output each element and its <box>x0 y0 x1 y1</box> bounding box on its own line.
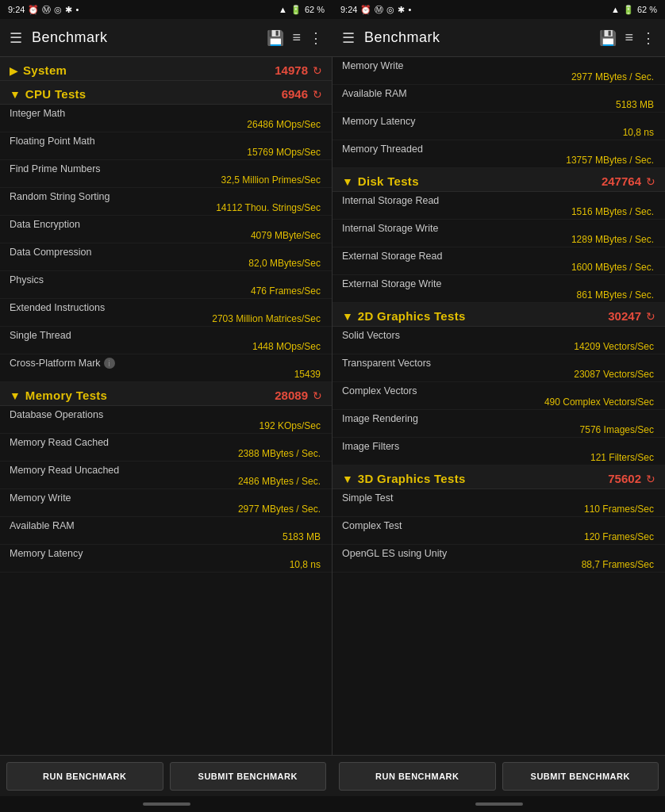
overflow-icon-right[interactable]: ⋮ <box>641 29 655 47</box>
chevron-icon: ▼ <box>10 88 21 101</box>
chevron-icon: ▶ <box>10 64 18 77</box>
section-score: 75602 <box>608 472 641 485</box>
battery-pct-left: 62 % <box>305 5 325 14</box>
refresh-icon[interactable]: ↻ <box>313 88 322 101</box>
section-score: 30247 <box>608 309 641 323</box>
refresh-icon[interactable]: ↻ <box>646 175 655 188</box>
test-value: 1448 MOps/Sec <box>10 341 322 352</box>
test-value: 10,8 ns <box>342 127 655 138</box>
test-name: Memory Latency <box>10 548 322 559</box>
list-icon-left[interactable]: ≡ <box>292 29 301 46</box>
test-name: Available RAM <box>10 520 322 531</box>
test-name: OpenGL ES using Unity <box>342 548 655 559</box>
app-bar-icons-left: 💾 ≡ ⋮ <box>267 29 323 47</box>
test-value: 5183 MB <box>10 531 322 542</box>
signal-icon-left: ▲ <box>279 5 287 14</box>
status-left-group: 9:24 ⏰ Ⓜ ◎ ✱ • <box>8 4 79 16</box>
chevron-icon: ▼ <box>342 310 353 323</box>
test-item: Solid Vectors14209 Vectors/Sec <box>332 327 665 354</box>
test-value: 32,5 Million Primes/Sec <box>10 174 322 186</box>
test-value: 13757 MBytes / Sec. <box>342 155 655 166</box>
section-header[interactable]: ▼3D Graphics Tests75602↻ <box>332 465 665 489</box>
test-value: 2388 MBytes / Sec. <box>10 448 322 459</box>
test-name: Complex Test <box>342 520 655 531</box>
refresh-icon[interactable]: ↻ <box>646 473 655 485</box>
section-header[interactable]: ▼Disk Tests247764↻ <box>332 168 665 192</box>
section-header[interactable]: ▼CPU Tests6946↻ <box>0 81 332 105</box>
test-value: 1289 MBytes / Sec. <box>342 234 655 245</box>
time-left: 9:24 <box>8 5 25 14</box>
test-name: Single Thread <box>10 330 322 341</box>
chevron-icon: ▼ <box>342 473 353 485</box>
section-title: 3D Graphics Tests <box>358 472 608 485</box>
test-value: 1516 MBytes / Sec. <box>342 206 655 217</box>
test-name: Find Prime Numbers <box>10 163 322 174</box>
app-bar-left: ☰ Benchmark 💾 ≡ ⋮ <box>0 19 332 57</box>
notification-icon-r: ◎ <box>386 5 394 15</box>
test-name: Physics <box>10 274 322 285</box>
test-item: Memory Latency10,8 ns <box>332 113 665 140</box>
section-header[interactable]: ▶System14978↻ <box>0 57 332 81</box>
list-icon-right[interactable]: ≡ <box>625 29 633 46</box>
submit-benchmark-btn-left[interactable]: SUBMIT BENCHMARK <box>170 762 327 791</box>
test-value: 490 Complex Vectors/Sec <box>342 396 655 408</box>
battery-icon-right: 🔋 <box>623 5 634 15</box>
test-item: Available RAM5183 MB <box>332 85 665 113</box>
app-bar-right: ☰ Benchmark 💾 ≡ ⋮ <box>332 19 665 57</box>
status-right-group-left: ▲ 🔋 62 % <box>279 5 325 15</box>
test-item: Memory Read Cached2388 MBytes / Sec. <box>0 434 332 462</box>
test-name: Floating Point Math <box>10 136 322 147</box>
test-value: 192 KOps/Sec <box>10 420 322 431</box>
test-item: Floating Point Math15769 MOps/Sec <box>0 132 332 160</box>
test-value: 88,7 Frames/Sec <box>342 559 655 570</box>
test-value: 7576 Images/Sec <box>342 424 655 435</box>
test-value: 23087 Vectors/Sec <box>342 369 655 380</box>
section-cpu-tests: ▼CPU Tests6946↻Integer Math26486 MOps/Se… <box>0 81 332 382</box>
app-title-left: Benchmark <box>32 29 257 46</box>
test-item: Memory Write2977 MBytes / Sec. <box>332 57 665 85</box>
test-name: Data Encryption <box>10 219 322 230</box>
bottom-left: RUN BENCHMARK SUBMIT BENCHMARK <box>0 756 332 796</box>
section-title: Disk Tests <box>358 174 602 188</box>
status-bar-right: 9:24 ⏰ Ⓜ ◎ ✱ • ▲ 🔋 62 % <box>332 0 665 19</box>
run-benchmark-btn-right[interactable]: RUN BENCHMARK <box>339 762 496 791</box>
dot-icon: • <box>75 5 79 14</box>
test-name: Database Operations <box>10 409 322 420</box>
test-name: Internal Storage Read <box>342 195 655 206</box>
test-name: Complex Vectors <box>342 385 655 396</box>
section-header[interactable]: ▼2D Graphics Tests30247↻ <box>332 303 665 327</box>
info-icon[interactable]: i <box>104 358 115 369</box>
section-disk-tests: ▼Disk Tests247764↻Internal Storage Read1… <box>332 168 665 303</box>
refresh-icon[interactable]: ↻ <box>313 64 322 77</box>
alarm-icon: ⏰ <box>28 5 39 15</box>
test-item: Internal Storage Read1516 MBytes / Sec. <box>332 192 665 220</box>
test-value: 14112 Thou. Strings/Sec <box>10 202 322 213</box>
overflow-icon-left[interactable]: ⋮ <box>309 29 323 47</box>
save-icon-left[interactable]: 💾 <box>267 29 284 47</box>
test-value: 476 Frames/Sec <box>10 285 322 297</box>
test-name: Simple Test <box>342 492 655 504</box>
refresh-icon[interactable]: ↻ <box>646 310 655 323</box>
hamburger-icon-left[interactable]: ☰ <box>10 29 22 47</box>
run-benchmark-btn-left[interactable]: RUN BENCHMARK <box>6 762 163 791</box>
section-title: 2D Graphics Tests <box>358 309 608 323</box>
test-name: Internal Storage Write <box>342 223 655 234</box>
test-item: Data Compression82,0 MBytes/Sec <box>0 243 332 271</box>
refresh-icon[interactable]: ↻ <box>313 389 322 402</box>
test-name: Data Compression <box>10 247 322 258</box>
test-item: Transparent Vectors23087 Vectors/Sec <box>332 354 665 382</box>
test-name: Integer Math <box>10 108 322 119</box>
section-header[interactable]: ▼Memory Tests28089↻ <box>0 382 332 406</box>
test-item: Data Encryption4079 MByte/Sec <box>0 216 332 243</box>
panel-left: ▶System14978↻▼CPU Tests6946↻Integer Math… <box>0 57 332 755</box>
motorola-icon-r: Ⓜ <box>375 4 383 16</box>
panel-right: Memory Write2977 MBytes / Sec.Available … <box>332 57 665 755</box>
hamburger-icon-right[interactable]: ☰ <box>342 29 355 47</box>
save-icon-right[interactable]: 💾 <box>599 29 617 47</box>
nav-left <box>0 796 332 812</box>
test-name: Memory Read Uncached <box>10 465 322 476</box>
nav-bar <box>0 796 665 812</box>
test-name: Solid Vectors <box>342 330 655 341</box>
submit-benchmark-btn-right[interactable]: SUBMIT BENCHMARK <box>502 762 659 791</box>
section-2d-graphics-tests: ▼2D Graphics Tests30247↻Solid Vectors142… <box>332 303 665 465</box>
